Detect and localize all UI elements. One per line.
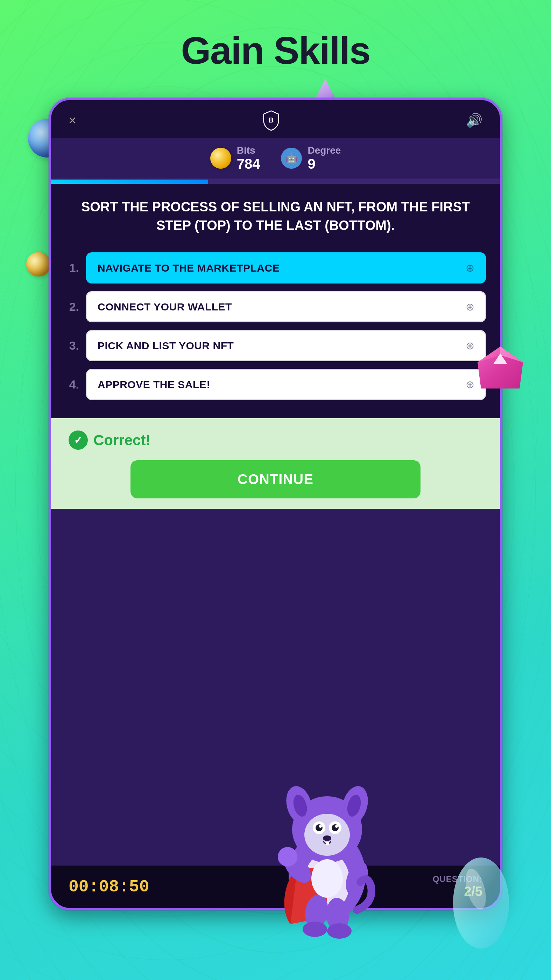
answer-text-4: APPROVE THE SALE! [98,379,210,391]
check-circle-icon: ✓ [68,431,88,450]
dog-mascot [262,777,395,945]
svg-point-19 [316,824,322,831]
result-area: ✓ Correct! CONTINUE [51,418,500,509]
gem-pink-decoration [474,343,527,396]
answer-button-1[interactable]: NAVIGATE TO THE MARKETPLACE ⊕ [86,252,486,283]
svg-point-21 [319,825,322,828]
stats-bar: Bits 784 🤖 Degree 9 [51,138,500,180]
degree-label: Degree [308,145,341,156]
svg-point-23 [323,835,331,841]
svg-point-20 [332,824,339,831]
answer-text-3: PICK AND LIST YOUR NFT [98,340,234,352]
answer-number-3: 3. [65,339,79,352]
svg-text:B: B [269,116,274,124]
degree-value: 9 [308,156,341,172]
drag-icon-2: ⊕ [466,301,475,313]
svg-point-31 [327,923,352,939]
progress-bar-container [51,180,500,184]
svg-point-16 [304,814,350,856]
close-button[interactable]: × [68,114,76,127]
app-logo: B [260,110,282,131]
bits-stat: Bits 784 [210,145,260,172]
drag-icon-4: ⊕ [466,379,475,391]
bits-text: Bits 784 [237,145,260,172]
drag-icon-1: ⊕ [466,262,475,274]
progress-bar-fill [51,180,208,184]
crystal-decoration [446,854,516,952]
bits-coin-icon [210,148,231,169]
sound-button[interactable]: 🔊 [466,113,483,128]
shield-icon: B [260,110,282,131]
question-area: SORT THE PROCESS OF SELLING AN NFT, FROM… [51,184,500,245]
answer-row-4: 4. APPROVE THE SALE! ⊕ [65,369,486,400]
svg-point-32 [311,859,343,898]
continue-button-text: CONTINUE [238,471,313,487]
svg-point-30 [303,921,327,937]
degree-text: Degree 9 [308,145,341,172]
answer-text-1: NAVIGATE TO THE MARKETPLACE [98,262,279,274]
answer-row-3: 3. PICK AND LIST YOUR NFT ⊕ [65,330,486,361]
drag-icon-3: ⊕ [466,339,475,352]
bits-value: 784 [237,156,260,172]
answer-number-4: 4. [65,378,79,391]
degree-avatar-icon: 🤖 [281,148,302,169]
timer-display: 00:08:50 [68,877,149,896]
continue-button[interactable]: CONTINUE [130,460,420,498]
correct-badge: ✓ Correct! [68,431,483,450]
svg-point-26 [278,847,297,867]
answer-row-1: 1. NAVIGATE TO THE MARKETPLACE ⊕ [65,252,486,283]
bits-label: Bits [237,145,260,156]
answer-number-2: 2. [65,300,79,313]
question-text: SORT THE PROCESS OF SELLING AN NFT, FROM… [68,198,483,235]
answer-button-4[interactable]: APPROVE THE SALE! ⊕ [86,369,486,400]
answer-text-2: CONNECT YOUR WALLET [98,301,232,313]
answers-area: 1. NAVIGATE TO THE MARKETPLACE ⊕ 2. CONN… [51,245,500,418]
page-title: Gain Skills [0,28,551,72]
svg-rect-24 [326,842,329,845]
svg-point-22 [335,825,338,828]
correct-text: Correct! [94,432,151,449]
sphere-gold-decoration [26,252,51,277]
top-bar: × B 🔊 [51,100,500,138]
answer-button-2[interactable]: CONNECT YOUR WALLET ⊕ [86,291,486,322]
answer-number-1: 1. [65,261,79,275]
answer-button-3[interactable]: PICK AND LIST YOUR NFT ⊕ [86,330,486,361]
answer-row-2: 2. CONNECT YOUR WALLET ⊕ [65,291,486,322]
degree-stat: 🤖 Degree 9 [281,145,341,172]
